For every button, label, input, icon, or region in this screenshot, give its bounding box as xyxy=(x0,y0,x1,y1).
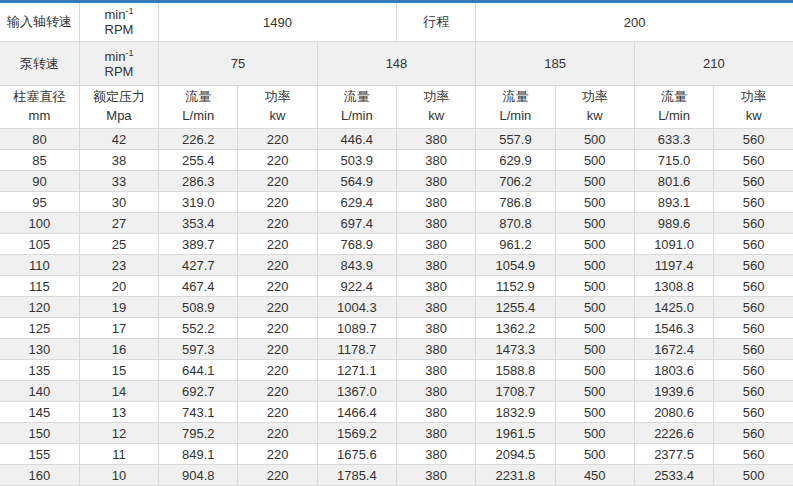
plunger-diameter-cell: 100 xyxy=(0,213,79,234)
stroke-label: 行程 xyxy=(396,2,475,42)
power-cell: 500 xyxy=(555,318,634,339)
power-cell: 380 xyxy=(396,192,475,213)
flow-cell: 893.1 xyxy=(634,192,713,213)
flow-cell: 2533.4 xyxy=(634,465,713,486)
plunger-diameter-cell: 85 xyxy=(0,150,79,171)
flow-cell: 715.0 xyxy=(634,150,713,171)
power-cell: 500 xyxy=(555,276,634,297)
power-cell: 560 xyxy=(714,339,793,360)
flow-cell: 2377.5 xyxy=(634,444,713,465)
power-cell: 380 xyxy=(396,360,475,381)
spec-table-body: 8042226.2220446.4380557.9500633.35608538… xyxy=(0,129,793,486)
col-unit: mm xyxy=(0,107,79,126)
flow-cell: 795.2 xyxy=(159,423,238,444)
flow-cell: 849.1 xyxy=(159,444,238,465)
rated-pressure-cell: 23 xyxy=(79,255,158,276)
input-shaft-speed-label: 输入轴转速 xyxy=(0,2,79,42)
power-cell: 500 xyxy=(555,234,634,255)
power-cell: 380 xyxy=(396,255,475,276)
power-cell: 380 xyxy=(396,465,475,486)
flow-cell: 2231.8 xyxy=(476,465,555,486)
power-cell: 560 xyxy=(714,234,793,255)
unit-exponent: -1 xyxy=(125,47,133,57)
table-row: 16010904.82201785.43802231.84502533.4500 xyxy=(0,465,793,486)
flow-cell: 564.9 xyxy=(317,171,396,192)
rated-pressure-cell: 19 xyxy=(79,297,158,318)
flow-cell: 2080.6 xyxy=(634,402,713,423)
rated-pressure-cell: 12 xyxy=(79,423,158,444)
power-cell: 220 xyxy=(238,381,317,402)
flow-cell: 843.9 xyxy=(317,255,396,276)
flow-cell: 1473.3 xyxy=(476,339,555,360)
flow-cell: 768.9 xyxy=(317,234,396,255)
flow-cell: 961.2 xyxy=(476,234,555,255)
power-cell: 560 xyxy=(714,255,793,276)
rated-pressure-cell: 15 xyxy=(79,360,158,381)
power-cell: 220 xyxy=(238,360,317,381)
table-row: 9033286.3220564.9380706.2500801.6560 xyxy=(0,171,793,192)
rated-pressure-cell: 33 xyxy=(79,171,158,192)
flow-cell: 629.4 xyxy=(317,192,396,213)
flow-cell: 1091.0 xyxy=(634,234,713,255)
power-cell: 500 xyxy=(714,465,793,486)
power-cell: 380 xyxy=(396,402,475,423)
plunger-diameter-cell: 155 xyxy=(0,444,79,465)
flow-cell: 427.7 xyxy=(159,255,238,276)
power-cell: 220 xyxy=(238,339,317,360)
flow-cell: 1832.9 xyxy=(476,402,555,423)
flow-cell: 1569.2 xyxy=(317,423,396,444)
power-cell: 220 xyxy=(238,318,317,339)
unit-min: min xyxy=(104,49,125,64)
power-cell: 380 xyxy=(396,234,475,255)
flow-cell: 1939.6 xyxy=(634,381,713,402)
input-shaft-speed-value: 1490 xyxy=(159,2,397,42)
power-cell: 560 xyxy=(714,213,793,234)
power-cell: 500 xyxy=(555,192,634,213)
flow-cell: 2094.5 xyxy=(476,444,555,465)
flow-cell: 1197.4 xyxy=(634,255,713,276)
col-unit: L/min xyxy=(318,107,396,126)
power-cell: 560 xyxy=(714,129,793,150)
power-cell: 380 xyxy=(396,339,475,360)
flow-cell: 1425.0 xyxy=(634,297,713,318)
flow-cell: 597.3 xyxy=(159,339,238,360)
plunger-diameter-cell: 145 xyxy=(0,402,79,423)
power-cell: 220 xyxy=(238,276,317,297)
flow-cell: 697.4 xyxy=(317,213,396,234)
plunger-diameter-cell: 140 xyxy=(0,381,79,402)
rated-pressure-cell: 16 xyxy=(79,339,158,360)
flow-cell: 226.2 xyxy=(159,129,238,150)
table-row: 14513743.12201466.43801832.95002080.6560 xyxy=(0,402,793,423)
plunger-diameter-cell: 110 xyxy=(0,255,79,276)
col-unit: Mpa xyxy=(80,107,158,126)
flow-cell: 1367.0 xyxy=(317,381,396,402)
flow-cell: 1089.7 xyxy=(317,318,396,339)
unit-rpm: RPM xyxy=(105,22,134,37)
pump-speed-value-2: 148 xyxy=(317,42,476,86)
flow-cell: 1308.8 xyxy=(634,276,713,297)
flow-cell: 552.2 xyxy=(159,318,238,339)
table-row: 15511849.12201675.63802094.55002377.5560 xyxy=(0,444,793,465)
rated-pressure-cell: 30 xyxy=(79,192,158,213)
power-cell: 220 xyxy=(238,192,317,213)
pump-speed-value-3: 185 xyxy=(476,42,635,86)
flow-cell: 1708.7 xyxy=(476,381,555,402)
col-label: 额定压力 xyxy=(80,88,158,107)
power-cell: 560 xyxy=(714,297,793,318)
flow-cell: 1271.1 xyxy=(317,360,396,381)
flow-cell: 1255.4 xyxy=(476,297,555,318)
power-cell: 500 xyxy=(555,381,634,402)
flow-cell: 1466.4 xyxy=(317,402,396,423)
plunger-diameter-cell: 130 xyxy=(0,339,79,360)
flow-cell: 870.8 xyxy=(476,213,555,234)
power-cell: 220 xyxy=(238,465,317,486)
unit-exponent: -1 xyxy=(125,6,133,16)
input-speed-row: 输入轴转速 min-1RPM 1490 行程 200 xyxy=(0,2,793,42)
power-cell: 380 xyxy=(396,423,475,444)
power-cell: 380 xyxy=(396,444,475,465)
flow-cell: 1004.3 xyxy=(317,297,396,318)
power-cell: 560 xyxy=(714,171,793,192)
plunger-diameter-cell: 150 xyxy=(0,423,79,444)
power-cell: 560 xyxy=(714,360,793,381)
unit-min: min xyxy=(104,7,125,22)
